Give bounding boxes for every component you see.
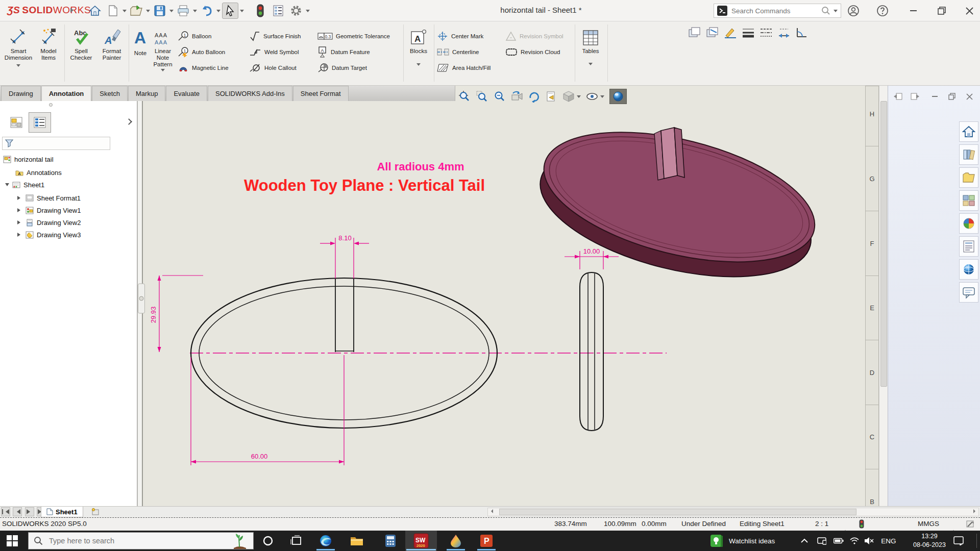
undo-button[interactable] bbox=[199, 3, 215, 19]
tree-annotations-row[interactable]: A Annotations bbox=[15, 166, 62, 179]
paint3d-icon[interactable] bbox=[446, 531, 466, 551]
line-style-icon[interactable] bbox=[760, 27, 773, 39]
solidworks-forum-icon[interactable] bbox=[959, 259, 978, 280]
start-button[interactable] bbox=[0, 531, 24, 551]
cortana-icon[interactable] bbox=[258, 531, 278, 551]
sheet1-expander[interactable] bbox=[5, 183, 9, 188]
edit-line-icon[interactable] bbox=[724, 27, 737, 39]
dim-slot-width[interactable]: 8.10 bbox=[338, 234, 351, 242]
hide-show-caret[interactable] bbox=[600, 95, 604, 100]
format-painter-button[interactable]: A Format Painter bbox=[97, 23, 127, 61]
notification-center-icon[interactable] bbox=[949, 531, 968, 551]
new-dropdown-caret[interactable] bbox=[122, 10, 127, 14]
dim-thickness[interactable]: 10.00 bbox=[583, 247, 600, 255]
datum-target-button[interactable]: Datum Target bbox=[317, 60, 367, 76]
search-magnifier-icon[interactable] bbox=[821, 6, 830, 15]
select-tool-button[interactable] bbox=[222, 3, 238, 19]
center-mark-button[interactable]: Center Mark bbox=[437, 29, 483, 44]
geometric-tolerance-button[interactable]: 0.3 Geometric Tolerance bbox=[317, 29, 390, 44]
save-button[interactable] bbox=[152, 3, 168, 19]
task-pane-home-icon[interactable] bbox=[959, 121, 978, 142]
options-dropdown-caret[interactable] bbox=[306, 10, 310, 14]
model-items-button[interactable]: Model Items bbox=[36, 23, 61, 61]
weld-symbol-button[interactable]: Weld Symbol bbox=[249, 44, 299, 60]
clock[interactable]: 13:29 08-06-2023 bbox=[912, 532, 947, 549]
view1-expander[interactable] bbox=[17, 208, 22, 212]
watchlist-label[interactable]: Watchlist ideas bbox=[729, 531, 789, 551]
tree-root-row[interactable]: horizontal tail bbox=[3, 153, 54, 165]
select-dropdown-caret[interactable] bbox=[240, 10, 244, 14]
tab-sketch[interactable]: Sketch bbox=[92, 86, 128, 101]
close-button[interactable] bbox=[961, 4, 978, 18]
wifi-tray-icon[interactable] bbox=[847, 531, 862, 551]
linear-note-pattern-button[interactable]: AAAAAA Linear Note Pattern bbox=[151, 23, 175, 73]
command-search-box[interactable] bbox=[714, 4, 841, 18]
tree-filter-box[interactable] bbox=[2, 137, 110, 150]
scale-caret[interactable] bbox=[843, 522, 847, 530]
restore-button[interactable] bbox=[933, 4, 950, 18]
next-sheet-button[interactable] bbox=[25, 507, 34, 516]
magnetic-line-button[interactable]: Magnetic Line bbox=[178, 60, 229, 76]
show-desktop-divider[interactable] bbox=[976, 534, 977, 548]
tables-button[interactable]: Tables bbox=[577, 23, 604, 67]
tab-solidworks-add-ins[interactable]: SOLIDWORKS Add-Ins bbox=[208, 86, 292, 101]
logo-expand-arrow[interactable] bbox=[70, 8, 76, 13]
custom-properties-icon[interactable] bbox=[959, 236, 978, 257]
file-explorer-pane-icon[interactable] bbox=[959, 167, 978, 188]
lnp-caret[interactable] bbox=[161, 69, 165, 73]
rotate-view-icon[interactable] bbox=[528, 90, 540, 103]
dim-width[interactable]: 60.00 bbox=[251, 453, 268, 460]
view-orientation-icon[interactable] bbox=[510, 90, 523, 103]
file-explorer-icon[interactable] bbox=[347, 531, 367, 551]
new-document-button[interactable] bbox=[105, 3, 121, 19]
tables-caret[interactable] bbox=[589, 63, 593, 67]
panel-splitter-tab[interactable] bbox=[138, 284, 145, 313]
display-style-caret[interactable] bbox=[577, 95, 581, 100]
file-properties-button[interactable] bbox=[270, 3, 286, 19]
hscroll-left-arrow[interactable] bbox=[489, 509, 493, 513]
sheets-icon[interactable] bbox=[688, 27, 701, 39]
spell-checker-button[interactable]: Abc Spell Checker bbox=[66, 23, 96, 61]
add-sheet-button[interactable] bbox=[91, 508, 100, 516]
display-style-icon[interactable] bbox=[562, 90, 581, 103]
area-hatch-button[interactable]: Area Hatch/Fill bbox=[437, 60, 491, 76]
rebuild-button[interactable] bbox=[252, 3, 268, 19]
hide-show-items-icon[interactable] bbox=[586, 90, 604, 103]
sheet-format-expander[interactable] bbox=[17, 196, 22, 200]
3d-drawing-view-icon[interactable] bbox=[545, 90, 557, 103]
minimize-button[interactable] bbox=[904, 4, 922, 18]
sheet-scale[interactable]: 2 : 1 bbox=[815, 520, 828, 528]
hide-edge-icon[interactable] bbox=[777, 27, 791, 39]
powerpoint-icon[interactable]: P bbox=[476, 531, 497, 551]
feature-tree-tab[interactable] bbox=[5, 112, 28, 133]
taskbar-search-input[interactable] bbox=[48, 536, 226, 545]
document-restore-icon[interactable] bbox=[945, 91, 959, 102]
auto-balloon-button[interactable]: 1 Auto Balloon bbox=[178, 44, 225, 60]
print-button[interactable] bbox=[175, 3, 191, 19]
open-dropdown-caret[interactable] bbox=[146, 10, 150, 14]
edge-icon[interactable] bbox=[315, 531, 336, 551]
tree-sheet1-row[interactable]: Sheet1 bbox=[5, 179, 44, 191]
tree-drawing-view2-row[interactable]: Drawing View2 bbox=[17, 216, 81, 229]
centerline-button[interactable]: Centerline bbox=[437, 44, 479, 60]
view2-expander[interactable] bbox=[17, 220, 22, 224]
line-thickness-icon[interactable] bbox=[742, 27, 755, 39]
tree-drawing-view1-row[interactable]: Drawing View1 bbox=[17, 204, 81, 216]
note-annotation[interactable]: All radious 4mm bbox=[377, 160, 464, 173]
undo-dropdown-caret[interactable] bbox=[216, 10, 220, 14]
search-commands-input[interactable] bbox=[730, 7, 818, 15]
appearances-scenes-icon[interactable] bbox=[959, 213, 978, 234]
view-palette-icon[interactable] bbox=[959, 190, 978, 211]
tab-evaluate[interactable]: Evaluate bbox=[166, 86, 207, 101]
view3-expander[interactable] bbox=[17, 233, 22, 237]
save-dropdown-caret[interactable] bbox=[169, 10, 174, 14]
horizontal-scrollbar-thumb[interactable] bbox=[499, 509, 856, 515]
tags-icon[interactable] bbox=[966, 519, 975, 529]
status-rebuild-icon[interactable] bbox=[859, 519, 864, 529]
compare-sheets-icon[interactable] bbox=[706, 27, 719, 39]
zoom-to-fit-icon[interactable] bbox=[458, 90, 471, 103]
zoom-to-area-icon[interactable] bbox=[476, 90, 488, 103]
home-button[interactable] bbox=[87, 3, 103, 19]
language-indicator[interactable]: ENG bbox=[878, 531, 899, 551]
previous-window-icon[interactable] bbox=[891, 91, 904, 102]
